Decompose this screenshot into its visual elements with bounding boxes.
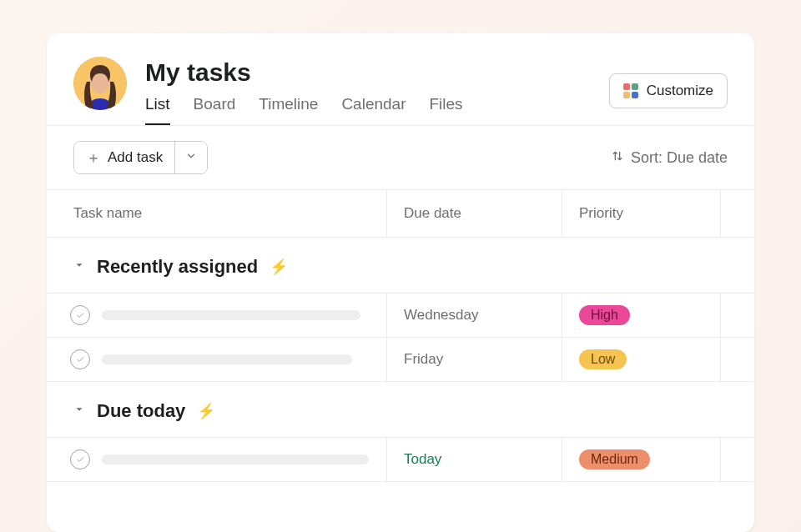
- section-header[interactable]: Recently assigned⚡: [47, 238, 754, 293]
- add-task-button[interactable]: ＋ Add task: [74, 142, 174, 173]
- sort-label: Sort: Due date: [631, 149, 728, 167]
- tab-board[interactable]: Board: [194, 95, 236, 125]
- bolt-icon: ⚡: [270, 258, 288, 276]
- app-window: My tasks List Board Timeline Calendar Fi…: [47, 33, 754, 532]
- priority-pill[interactable]: Medium: [579, 449, 650, 469]
- avatar[interactable]: [73, 57, 127, 110]
- sort-icon: [611, 149, 624, 167]
- caret-down-icon: [73, 259, 85, 274]
- cell-task-name[interactable]: [47, 294, 387, 337]
- task-table: Task name Due date Priority Recently ass…: [47, 189, 754, 482]
- section-title: Recently assigned: [97, 256, 258, 278]
- tab-files[interactable]: Files: [429, 95, 462, 125]
- cell-task-name[interactable]: [47, 338, 387, 381]
- cell-extra[interactable]: [721, 438, 754, 481]
- col-priority[interactable]: Priority: [562, 190, 721, 237]
- header: My tasks List Board Timeline Calendar Fi…: [47, 33, 754, 125]
- table-row[interactable]: FridayLow: [47, 337, 754, 382]
- cell-due-date[interactable]: Wednesday: [387, 294, 562, 337]
- bolt-icon: ⚡: [197, 402, 215, 420]
- section-title: Due today: [97, 400, 185, 422]
- page-title: My tasks: [145, 58, 463, 87]
- chevron-down-icon: [185, 150, 197, 165]
- section-header[interactable]: Due today⚡: [47, 382, 754, 437]
- tab-list[interactable]: List: [145, 95, 170, 125]
- task-name-placeholder: [102, 310, 360, 320]
- complete-checkbox[interactable]: [70, 349, 90, 369]
- table-row[interactable]: WednesdayHigh: [47, 293, 754, 337]
- tabs: List Board Timeline Calendar Files: [145, 95, 463, 125]
- customize-button[interactable]: Customize: [609, 73, 728, 108]
- priority-pill[interactable]: Low: [579, 349, 627, 369]
- task-name-placeholder: [102, 354, 352, 364]
- col-extra[interactable]: [721, 190, 754, 237]
- task-name-placeholder: [102, 454, 369, 464]
- cell-due-date[interactable]: Today: [387, 438, 562, 481]
- add-task-dropdown[interactable]: [174, 142, 207, 173]
- sort-button[interactable]: Sort: Due date: [611, 149, 728, 167]
- cell-extra[interactable]: [721, 338, 754, 381]
- title-wrap: My tasks List Board Timeline Calendar Fi…: [145, 57, 463, 125]
- complete-checkbox[interactable]: [70, 305, 90, 325]
- add-task-label: Add task: [108, 149, 163, 166]
- toolbar: ＋ Add task Sort: Due date: [47, 126, 754, 189]
- add-task-group: ＋ Add task: [73, 141, 208, 174]
- complete-checkbox[interactable]: [70, 449, 90, 469]
- cell-extra[interactable]: [721, 294, 754, 337]
- table-row[interactable]: TodayMedium: [47, 437, 754, 482]
- table-header: Task name Due date Priority: [47, 189, 754, 238]
- col-due-date[interactable]: Due date: [387, 190, 562, 237]
- header-left: My tasks List Board Timeline Calendar Fi…: [73, 57, 463, 125]
- cell-priority[interactable]: Low: [562, 338, 721, 381]
- cell-due-date[interactable]: Friday: [387, 338, 562, 381]
- customize-icon: [623, 83, 638, 98]
- priority-pill[interactable]: High: [579, 305, 630, 325]
- customize-label: Customize: [647, 83, 713, 99]
- cell-priority[interactable]: Medium: [562, 438, 721, 481]
- cell-priority[interactable]: High: [562, 294, 721, 337]
- col-task-name[interactable]: Task name: [47, 190, 387, 237]
- tab-timeline[interactable]: Timeline: [259, 95, 318, 125]
- cell-task-name[interactable]: [47, 438, 387, 481]
- tab-calendar[interactable]: Calendar: [341, 95, 406, 125]
- caret-down-icon: [73, 404, 85, 419]
- plus-icon: ＋: [86, 150, 101, 165]
